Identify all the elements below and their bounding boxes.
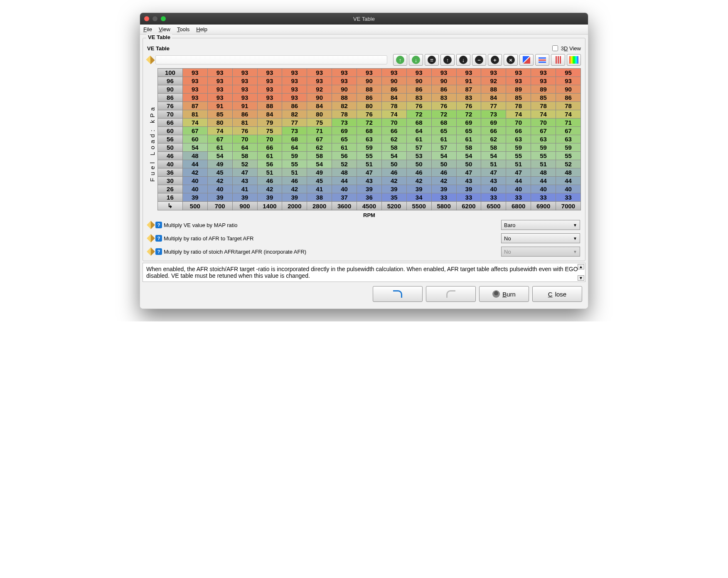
- grid-cell[interactable]: 95: [556, 69, 581, 77]
- row-header[interactable]: 66: [158, 119, 183, 127]
- grid-cell[interactable]: 65: [332, 135, 357, 143]
- grid-cell[interactable]: 89: [506, 85, 531, 94]
- grid-cell[interactable]: 42: [381, 177, 406, 185]
- menu-view[interactable]: View: [159, 26, 170, 32]
- grid-cell[interactable]: 93: [207, 94, 232, 102]
- grid-cell[interactable]: 59: [506, 143, 531, 152]
- col-header[interactable]: 6200: [456, 202, 481, 210]
- grid-cell[interactable]: 40: [506, 185, 531, 193]
- grid-cell[interactable]: 80: [357, 102, 382, 110]
- row-header[interactable]: 100: [158, 69, 183, 77]
- grid-cell[interactable]: 35: [381, 193, 406, 202]
- grid-cell[interactable]: 69: [456, 119, 481, 127]
- row-header[interactable]: 90: [158, 85, 183, 94]
- grid-cell[interactable]: 93: [556, 77, 581, 85]
- grid-cell[interactable]: 42: [282, 185, 307, 193]
- grid-cell[interactable]: 64: [232, 143, 257, 152]
- grid-cell[interactable]: 37: [332, 193, 357, 202]
- scroll-up-icon[interactable]: ▲: [578, 264, 584, 269]
- grid-cell[interactable]: 93: [232, 77, 257, 85]
- grid-cell[interactable]: 62: [307, 143, 332, 152]
- grid-cell[interactable]: 83: [431, 94, 456, 102]
- grid-cell[interactable]: 55: [282, 160, 307, 168]
- grid-cell[interactable]: 90: [381, 77, 406, 85]
- grid-cell[interactable]: 85: [506, 94, 531, 102]
- col-header[interactable]: 4500: [357, 202, 382, 210]
- grid-cell[interactable]: 93: [531, 69, 556, 77]
- grid-cell[interactable]: 88: [332, 94, 357, 102]
- grid-cell[interactable]: 39: [232, 193, 257, 202]
- grid-cell[interactable]: 58: [381, 143, 406, 152]
- menu-file[interactable]: File: [143, 26, 152, 32]
- grid-cell[interactable]: 91: [207, 102, 232, 110]
- grid-cell[interactable]: 73: [332, 119, 357, 127]
- grid-cell[interactable]: 76: [357, 110, 382, 119]
- grid-cell[interactable]: 45: [207, 168, 232, 177]
- grid-cell[interactable]: 48: [182, 152, 207, 160]
- col-header[interactable]: 6500: [481, 202, 506, 210]
- grid-cell[interactable]: 33: [506, 193, 531, 202]
- grid-cell[interactable]: 40: [556, 185, 581, 193]
- grid-cell[interactable]: 71: [307, 127, 332, 135]
- grid-cell[interactable]: 93: [431, 69, 456, 77]
- grid-cell[interactable]: 90: [556, 85, 581, 94]
- maximize-window-icon[interactable]: [161, 16, 166, 21]
- row-header[interactable]: 26: [158, 185, 183, 193]
- grid-cell[interactable]: 72: [406, 110, 431, 119]
- grid-cell[interactable]: 69: [481, 119, 506, 127]
- minus-button[interactable]: −: [472, 54, 486, 66]
- grid-cell[interactable]: 50: [456, 160, 481, 168]
- grid-cell[interactable]: 44: [506, 177, 531, 185]
- grid-cell[interactable]: 76: [456, 102, 481, 110]
- grid-cell[interactable]: 84: [381, 94, 406, 102]
- grid-cell[interactable]: 90: [332, 85, 357, 94]
- grid-cell[interactable]: 74: [182, 119, 207, 127]
- row-header[interactable]: 86: [158, 94, 183, 102]
- grid-cell[interactable]: 93: [182, 77, 207, 85]
- grid-cell[interactable]: 54: [307, 160, 332, 168]
- grid-cell[interactable]: 61: [456, 135, 481, 143]
- view3d-input[interactable]: [552, 45, 558, 51]
- grid-cell[interactable]: 52: [332, 160, 357, 168]
- grid-cell[interactable]: 68: [406, 119, 431, 127]
- grid-cell[interactable]: 73: [282, 127, 307, 135]
- grid-cell[interactable]: 66: [257, 143, 282, 152]
- arrow-down-button[interactable]: ↓: [456, 54, 470, 66]
- grid-cell[interactable]: 51: [282, 168, 307, 177]
- grid-cell[interactable]: 74: [531, 110, 556, 119]
- grid-cell[interactable]: 51: [481, 160, 506, 168]
- grid-cell[interactable]: 55: [357, 152, 382, 160]
- col-header[interactable]: 2800: [307, 202, 332, 210]
- grid-cell[interactable]: 93: [381, 69, 406, 77]
- grid-cell[interactable]: 93: [232, 69, 257, 77]
- grid-cell[interactable]: 70: [257, 135, 282, 143]
- interpolate-button[interactable]: [519, 54, 534, 66]
- grid-cell[interactable]: 93: [282, 69, 307, 77]
- grid-cell[interactable]: 44: [332, 177, 357, 185]
- minimize-window-icon[interactable]: [152, 16, 157, 21]
- col-header[interactable]: 1400: [257, 202, 282, 210]
- grid-cell[interactable]: 51: [357, 160, 382, 168]
- grid-cell[interactable]: 75: [257, 127, 282, 135]
- grid-cell[interactable]: 93: [307, 77, 332, 85]
- grid-cell[interactable]: 33: [531, 193, 556, 202]
- grid-cell[interactable]: 59: [531, 143, 556, 152]
- grid-cell[interactable]: 47: [357, 168, 382, 177]
- grid-cell[interactable]: 88: [257, 102, 282, 110]
- grid-cell[interactable]: 72: [357, 119, 382, 127]
- grid-cell[interactable]: 54: [431, 152, 456, 160]
- grid-cell[interactable]: 46: [406, 168, 431, 177]
- grid-cell[interactable]: 54: [207, 152, 232, 160]
- row-header[interactable]: 70: [158, 110, 183, 119]
- row-header[interactable]: 60: [158, 127, 183, 135]
- grid-cell[interactable]: 47: [506, 168, 531, 177]
- grid-cell[interactable]: 63: [531, 135, 556, 143]
- grid-cell[interactable]: 68: [282, 135, 307, 143]
- grid-cell[interactable]: 61: [207, 143, 232, 152]
- grid-cell[interactable]: 49: [307, 168, 332, 177]
- row-header[interactable]: 46: [158, 152, 183, 160]
- grid-cell[interactable]: 50: [381, 160, 406, 168]
- row-header[interactable]: 30: [158, 177, 183, 185]
- grid-cell[interactable]: 93: [257, 77, 282, 85]
- grid-cell[interactable]: 67: [207, 135, 232, 143]
